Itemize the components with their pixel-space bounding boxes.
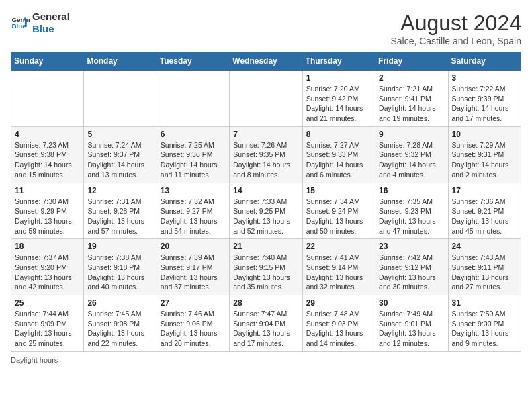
calendar-day-cell: 19Sunrise: 7:38 AM Sunset: 9:18 PM Dayli…: [84, 239, 157, 295]
calendar-day-cell: 2Sunrise: 7:21 AM Sunset: 9:41 PM Daylig…: [375, 71, 448, 127]
day-number: 9: [379, 130, 444, 139]
calendar-day-cell: [230, 71, 302, 127]
day-info: Sunrise: 7:38 AM Sunset: 9:18 PM Dayligh…: [87, 253, 152, 292]
weekday-header: Monday: [84, 52, 157, 71]
footer-note: Daylight hours: [11, 356, 521, 364]
day-number: 4: [15, 130, 80, 139]
day-info: Sunrise: 7:27 AM Sunset: 9:33 PM Dayligh…: [306, 140, 371, 180]
day-info: Sunrise: 7:36 AM Sunset: 9:21 PM Dayligh…: [452, 197, 517, 236]
calendar-day-cell: 17Sunrise: 7:36 AM Sunset: 9:21 PM Dayli…: [448, 183, 521, 239]
calendar-day-cell: 1Sunrise: 7:20 AM Sunset: 9:42 PM Daylig…: [302, 71, 375, 127]
day-number: 30: [379, 298, 444, 308]
calendar-day-cell: 28Sunrise: 7:47 AM Sunset: 9:04 PM Dayli…: [230, 295, 302, 352]
day-info: Sunrise: 7:46 AM Sunset: 9:06 PM Dayligh…: [161, 309, 226, 349]
calendar-day-cell: 3Sunrise: 7:22 AM Sunset: 9:39 PM Daylig…: [448, 71, 521, 127]
weekday-header: Tuesday: [157, 52, 229, 71]
day-info: Sunrise: 7:35 AM Sunset: 9:23 PM Dayligh…: [379, 197, 444, 236]
day-number: 7: [233, 130, 298, 139]
calendar-day-cell: 14Sunrise: 7:33 AM Sunset: 9:25 PM Dayli…: [230, 183, 302, 239]
day-info: Sunrise: 7:20 AM Sunset: 9:42 PM Dayligh…: [306, 84, 371, 124]
calendar-day-cell: 8Sunrise: 7:27 AM Sunset: 9:33 PM Daylig…: [302, 126, 375, 183]
title-block: August 2024 Salce, Castille and Leon, Sp…: [390, 11, 521, 46]
day-number: 18: [15, 242, 80, 251]
calendar-day-cell: 11Sunrise: 7:30 AM Sunset: 9:29 PM Dayli…: [11, 183, 84, 239]
day-number: 25: [15, 298, 80, 308]
day-info: Sunrise: 7:34 AM Sunset: 9:24 PM Dayligh…: [306, 197, 371, 236]
day-info: Sunrise: 7:37 AM Sunset: 9:20 PM Dayligh…: [15, 253, 80, 292]
day-number: 13: [161, 186, 226, 195]
calendar-day-cell: 15Sunrise: 7:34 AM Sunset: 9:24 PM Dayli…: [302, 183, 375, 239]
month-year-title: August 2024: [390, 11, 521, 36]
day-number: 26: [87, 298, 152, 308]
day-info: Sunrise: 7:39 AM Sunset: 9:17 PM Dayligh…: [161, 253, 226, 292]
calendar-day-cell: 27Sunrise: 7:46 AM Sunset: 9:06 PM Dayli…: [157, 295, 229, 352]
calendar-day-cell: 21Sunrise: 7:40 AM Sunset: 9:15 PM Dayli…: [230, 239, 302, 295]
day-info: Sunrise: 7:31 AM Sunset: 9:28 PM Dayligh…: [87, 197, 152, 236]
day-info: Sunrise: 7:33 AM Sunset: 9:25 PM Dayligh…: [233, 197, 298, 236]
day-info: Sunrise: 7:21 AM Sunset: 9:41 PM Dayligh…: [379, 84, 444, 124]
weekday-header-row: SundayMondayTuesdayWednesdayThursdayFrid…: [11, 52, 521, 71]
day-number: 17: [452, 186, 517, 195]
calendar-day-cell: 23Sunrise: 7:42 AM Sunset: 9:12 PM Dayli…: [375, 239, 448, 295]
day-info: Sunrise: 7:28 AM Sunset: 9:32 PM Dayligh…: [379, 140, 444, 180]
day-info: Sunrise: 7:25 AM Sunset: 9:36 PM Dayligh…: [161, 140, 226, 180]
day-info: Sunrise: 7:48 AM Sunset: 9:03 PM Dayligh…: [306, 309, 371, 349]
day-number: 6: [161, 130, 226, 139]
calendar-day-cell: 10Sunrise: 7:29 AM Sunset: 9:31 PM Dayli…: [448, 126, 521, 183]
calendar-day-cell: 26Sunrise: 7:45 AM Sunset: 9:08 PM Dayli…: [84, 295, 157, 352]
calendar-day-cell: 24Sunrise: 7:43 AM Sunset: 9:11 PM Dayli…: [448, 239, 521, 295]
day-info: Sunrise: 7:22 AM Sunset: 9:39 PM Dayligh…: [452, 84, 517, 124]
day-number: 31: [452, 298, 517, 308]
weekday-header: Saturday: [448, 52, 521, 71]
svg-text:Blue: Blue: [11, 22, 26, 30]
day-info: Sunrise: 7:42 AM Sunset: 9:12 PM Dayligh…: [379, 253, 444, 292]
day-info: Sunrise: 7:30 AM Sunset: 9:29 PM Dayligh…: [15, 197, 80, 236]
day-info: Sunrise: 7:23 AM Sunset: 9:38 PM Dayligh…: [15, 140, 80, 180]
day-number: 28: [233, 298, 298, 308]
calendar-table: SundayMondayTuesdayWednesdayThursdayFrid…: [11, 52, 521, 352]
calendar-day-cell: 22Sunrise: 7:41 AM Sunset: 9:14 PM Dayli…: [302, 239, 375, 295]
weekday-header: Wednesday: [230, 52, 302, 71]
day-number: 2: [379, 73, 444, 83]
day-number: 27: [161, 298, 226, 308]
day-number: 22: [306, 242, 371, 251]
day-info: Sunrise: 7:45 AM Sunset: 9:08 PM Dayligh…: [87, 309, 152, 349]
page-header: General Blue General Blue August 2024 Sa…: [11, 11, 521, 46]
day-number: 19: [87, 242, 152, 251]
day-info: Sunrise: 7:32 AM Sunset: 9:27 PM Dayligh…: [161, 197, 226, 236]
calendar-day-cell: [84, 71, 157, 127]
calendar-week-row: 18Sunrise: 7:37 AM Sunset: 9:20 PM Dayli…: [11, 239, 521, 295]
location-subtitle: Salce, Castille and Leon, Spain: [390, 36, 521, 46]
day-info: Sunrise: 7:50 AM Sunset: 9:00 PM Dayligh…: [452, 309, 517, 349]
calendar-day-cell: 29Sunrise: 7:48 AM Sunset: 9:03 PM Dayli…: [302, 295, 375, 352]
calendar-day-cell: [157, 71, 229, 127]
calendar-day-cell: 6Sunrise: 7:25 AM Sunset: 9:36 PM Daylig…: [157, 126, 229, 183]
weekday-header: Sunday: [11, 52, 84, 71]
day-info: Sunrise: 7:29 AM Sunset: 9:31 PM Dayligh…: [452, 140, 517, 180]
calendar-day-cell: 5Sunrise: 7:24 AM Sunset: 9:37 PM Daylig…: [84, 126, 157, 183]
day-info: Sunrise: 7:47 AM Sunset: 9:04 PM Dayligh…: [233, 309, 298, 349]
calendar-day-cell: 25Sunrise: 7:44 AM Sunset: 9:09 PM Dayli…: [11, 295, 84, 352]
day-info: Sunrise: 7:24 AM Sunset: 9:37 PM Dayligh…: [87, 140, 152, 180]
day-info: Sunrise: 7:41 AM Sunset: 9:14 PM Dayligh…: [306, 253, 371, 292]
day-number: 5: [87, 130, 152, 139]
day-info: Sunrise: 7:44 AM Sunset: 9:09 PM Dayligh…: [15, 309, 80, 349]
calendar-day-cell: 31Sunrise: 7:50 AM Sunset: 9:00 PM Dayli…: [448, 295, 521, 352]
logo: General Blue General Blue: [11, 11, 70, 35]
day-number: 16: [379, 186, 444, 195]
day-number: 3: [452, 73, 517, 83]
daylight-note: Daylight hours: [11, 356, 58, 364]
day-number: 29: [306, 298, 371, 308]
calendar-day-cell: 13Sunrise: 7:32 AM Sunset: 9:27 PM Dayli…: [157, 183, 229, 239]
calendar-day-cell: 7Sunrise: 7:26 AM Sunset: 9:35 PM Daylig…: [230, 126, 302, 183]
day-info: Sunrise: 7:26 AM Sunset: 9:35 PM Dayligh…: [233, 140, 298, 180]
calendar-week-row: 1Sunrise: 7:20 AM Sunset: 9:42 PM Daylig…: [11, 71, 521, 127]
calendar-day-cell: 30Sunrise: 7:49 AM Sunset: 9:01 PM Dayli…: [375, 295, 448, 352]
day-number: 1: [306, 73, 371, 83]
calendar-week-row: 4Sunrise: 7:23 AM Sunset: 9:38 PM Daylig…: [11, 126, 521, 183]
weekday-header: Thursday: [302, 52, 375, 71]
logo-text: General Blue: [32, 11, 70, 35]
day-number: 12: [87, 186, 152, 195]
day-info: Sunrise: 7:49 AM Sunset: 9:01 PM Dayligh…: [379, 309, 444, 349]
calendar-day-cell: [11, 71, 84, 127]
